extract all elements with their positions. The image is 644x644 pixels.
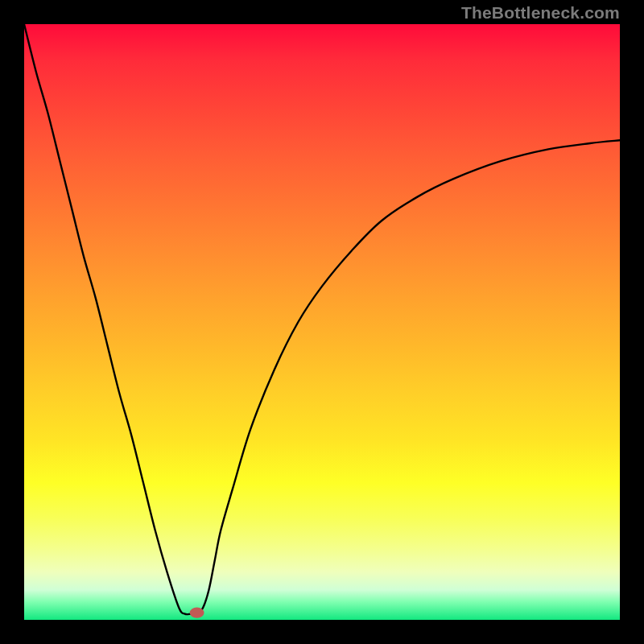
curve-layer [24, 24, 620, 620]
chart-frame: TheBottleneck.com [0, 0, 644, 644]
bottleneck-curve-path [24, 24, 620, 614]
plot-area [24, 24, 620, 620]
watermark-text: TheBottleneck.com [461, 3, 620, 23]
min-marker [190, 607, 204, 617]
